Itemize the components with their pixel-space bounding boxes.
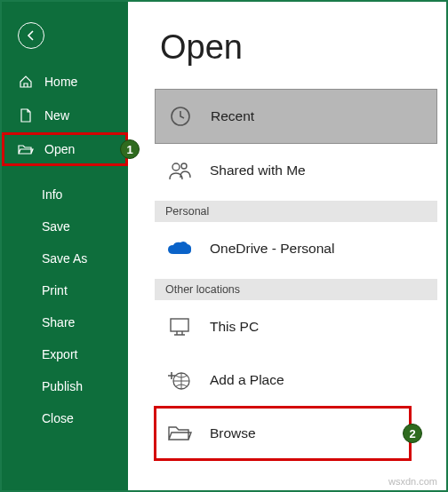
thispc-monitor-icon [165,313,194,341]
sidebar-item-export[interactable]: Export [2,338,128,370]
sidebar-item-close[interactable]: Close [2,402,128,434]
back-arrow-icon [25,29,37,42]
section-header-personal: Personal [155,201,437,222]
browse-folder-icon [165,419,194,448]
new-file-icon [18,107,34,123]
open-item-browse[interactable]: Browse [155,407,411,460]
shared-people-icon [165,156,194,185]
open-item-addplace[interactable]: Add a Place [155,353,437,407]
open-item-recent[interactable]: Recent [155,89,437,144]
home-icon [18,74,34,90]
open-item-label: OneDrive - Personal [210,241,334,257]
open-item-shared[interactable]: Shared with Me [155,144,437,197]
main-panel: Open Recent Shared with Me Personal On [128,2,446,490]
sidebar-item-publish[interactable]: Publish [2,370,128,402]
callout-badge-2: 2 [403,424,422,443]
sidebar-item-save[interactable]: Save [2,210,128,242]
sidebar-item-label: Publish [42,379,83,393]
sidebar-item-share[interactable]: Share [2,306,128,338]
sidebar-item-home[interactable]: Home [2,65,128,99]
sidebar-item-label: New [44,108,69,123]
sidebar-item-label: Open [44,142,75,156]
watermark: wsxdn.com [388,476,437,487]
open-item-label: This PC [210,319,259,335]
sidebar-item-label: Save As [42,251,87,266]
section-header-other: Other locations [155,279,437,300]
open-item-label: Browse [210,425,256,441]
open-locations-list: Recent Shared with Me Personal OneDrive … [155,89,446,460]
sidebar-item-new[interactable]: New [2,99,128,132]
sidebar-item-label: Export [42,347,77,361]
sidebar-item-label: Share [42,315,75,329]
sidebar-item-info[interactable]: Info [2,179,128,210]
open-folder-icon [18,141,34,157]
svg-rect-3 [171,319,188,331]
sidebar-item-open[interactable]: Open 1 [2,132,128,166]
svg-point-1 [172,163,180,171]
sidebar-item-label: Close [42,411,74,425]
sidebar-item-label: Info [42,187,62,202]
open-item-label: Shared with Me [210,163,306,179]
sidebar-item-label: Print [42,283,68,298]
svg-point-2 [181,163,187,169]
backstage-sidebar: Home New Open 1 Info Save Save As Print [2,2,128,490]
sidebar-item-saveas[interactable]: Save As [2,242,128,274]
callout-badge-1: 1 [120,139,140,159]
sidebar-item-print[interactable]: Print [2,274,128,306]
sidebar-item-label: Home [44,75,77,89]
back-button[interactable] [18,22,44,49]
recent-clock-icon [166,102,195,131]
open-item-onedrive[interactable]: OneDrive - Personal [155,222,437,275]
open-item-label: Add a Place [210,372,284,388]
page-title: Open [155,28,446,67]
sidebar-item-label: Save [42,219,70,234]
open-item-label: Recent [211,108,254,124]
open-item-thispc[interactable]: This PC [155,300,437,353]
addplace-globe-icon [165,366,194,394]
onedrive-cloud-icon [165,234,194,263]
